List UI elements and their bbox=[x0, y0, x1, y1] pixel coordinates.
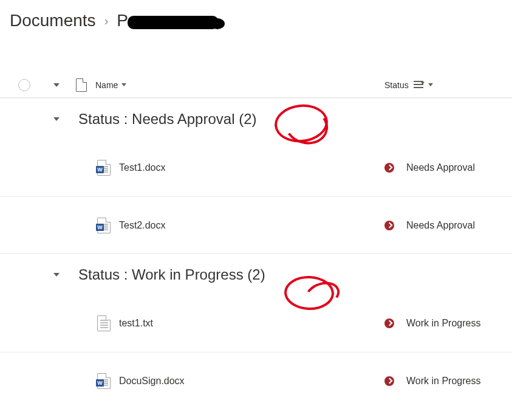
select-all-circle-icon[interactable] bbox=[18, 79, 30, 91]
group-header-needs-approval[interactable]: Status : Needs Approval (2) bbox=[0, 98, 512, 139]
file-row[interactable]: W DocuSign.docx Work in Progress bbox=[0, 352, 512, 409]
text-file-icon bbox=[97, 315, 111, 331]
group-label: Status : Needs Approval (2) bbox=[78, 111, 257, 128]
chevron-down-icon bbox=[428, 83, 433, 86]
file-name[interactable]: Test2.docx bbox=[119, 220, 384, 231]
file-status-label: Needs Approval bbox=[406, 220, 475, 231]
column-header-row: Name Status bbox=[0, 72, 512, 98]
breadcrumb-current-label: P bbox=[117, 11, 128, 30]
file-type-icon bbox=[76, 78, 87, 92]
chevron-down-icon bbox=[121, 83, 126, 86]
status-blocked-icon bbox=[384, 221, 394, 230]
file-name[interactable]: Test1.docx bbox=[119, 162, 384, 173]
breadcrumb-current: P bbox=[117, 11, 128, 30]
breadcrumb-root[interactable]: Documents bbox=[10, 11, 96, 30]
group-label-value: Needs Approval bbox=[132, 111, 234, 127]
file-status-label: Work in Progress bbox=[406, 318, 480, 329]
file-row[interactable]: W Test1.docx Needs Approval bbox=[0, 139, 512, 196]
chevron-down-icon bbox=[53, 83, 60, 87]
group-label-prefix: Status : bbox=[78, 266, 132, 283]
status-blocked-icon bbox=[384, 376, 394, 386]
word-file-icon: W bbox=[97, 218, 111, 233]
group-label: Status : Work in Progress (2) bbox=[78, 266, 265, 283]
file-status-label: Work in Progress bbox=[406, 376, 480, 387]
status-blocked-icon bbox=[384, 163, 394, 173]
word-file-icon: W bbox=[97, 373, 111, 389]
document-list: Name Status Status : Needs Approval (2) … bbox=[0, 72, 512, 409]
breadcrumb: Documents › P bbox=[0, 0, 512, 36]
chevron-right-icon: › bbox=[104, 14, 109, 28]
word-file-icon: W bbox=[97, 160, 111, 176]
expand-all-column[interactable] bbox=[46, 83, 67, 87]
file-name[interactable]: test1.txt bbox=[119, 318, 384, 329]
name-column-label: Name bbox=[95, 80, 118, 90]
select-all-column[interactable] bbox=[18, 79, 46, 91]
group-header-work-in-progress[interactable]: Status : Work in Progress (2) bbox=[0, 253, 512, 295]
status-blocked-icon bbox=[384, 318, 394, 328]
redaction-mark bbox=[128, 16, 219, 29]
name-column-header[interactable]: Name bbox=[95, 80, 384, 90]
group-count-value: 2 bbox=[252, 266, 260, 283]
chevron-down-icon bbox=[53, 273, 60, 277]
status-column-header[interactable]: Status bbox=[384, 80, 506, 90]
file-name[interactable]: DocuSign.docx bbox=[119, 376, 384, 387]
chevron-down-icon bbox=[53, 117, 60, 121]
group-count-value: 2 bbox=[244, 111, 251, 127]
file-row[interactable]: test1.txt Work in Progress bbox=[0, 295, 512, 352]
group-label-prefix: Status : bbox=[78, 111, 132, 127]
group-count: (2) bbox=[247, 266, 265, 283]
group-by-icon bbox=[414, 81, 423, 89]
type-column-header[interactable] bbox=[67, 78, 95, 92]
group-label-value: Work in Progress bbox=[132, 266, 244, 283]
group-count: (2) bbox=[239, 111, 256, 127]
status-column-label: Status bbox=[384, 80, 409, 90]
file-row[interactable]: W Test2.docx Needs Approval bbox=[0, 196, 512, 253]
file-status-label: Needs Approval bbox=[406, 162, 475, 173]
